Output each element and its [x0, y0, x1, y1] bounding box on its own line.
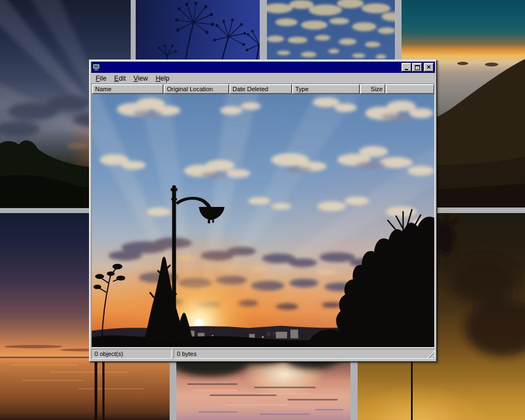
close-icon: ✕ [427, 65, 431, 70]
titlebar[interactable]: ✕ [91, 62, 435, 73]
menu-edit[interactable]: Edit [110, 74, 130, 83]
menu-view[interactable]: View [130, 74, 152, 83]
menubar: File Edit View Help [91, 73, 435, 83]
column-header-original-location[interactable]: Original Location [164, 84, 229, 94]
column-headers: Name Original Location Date Deleted Type… [92, 84, 434, 94]
listview-background-photo[interactable]: pnoc [92, 94, 434, 347]
maximize-button[interactable] [412, 63, 422, 72]
resize-grip[interactable] [427, 351, 434, 358]
column-header-size[interactable]: Size [360, 84, 385, 94]
statusbar: 0 object(s) 0 bytes [91, 348, 435, 360]
menu-help[interactable]: Help [152, 74, 174, 83]
menu-file[interactable]: File [92, 74, 110, 83]
desktop-screen: ✕ File Edit View Help Name Original Loca… [0, 0, 525, 420]
status-size: 0 bytes [174, 349, 435, 359]
close-button[interactable]: ✕ [424, 63, 434, 72]
maximize-icon [415, 65, 420, 70]
status-size-text: 0 bytes [177, 350, 196, 357]
minimize-icon [405, 69, 408, 70]
file-listview[interactable]: Name Original Location Date Deleted Type… [91, 83, 435, 348]
minimize-button[interactable] [402, 63, 412, 72]
column-header-name[interactable]: Name [92, 84, 164, 94]
status-object-count: 0 object(s) [91, 349, 172, 359]
recycle-bin-window: ✕ File Edit View Help Name Original Loca… [89, 60, 437, 362]
column-header-type[interactable]: Type [292, 84, 360, 94]
computer-icon[interactable] [92, 63, 100, 71]
photo-watermark: pnoc [267, 330, 290, 338]
column-header-filler[interactable] [385, 84, 434, 94]
column-header-date-deleted[interactable]: Date Deleted [229, 84, 292, 94]
